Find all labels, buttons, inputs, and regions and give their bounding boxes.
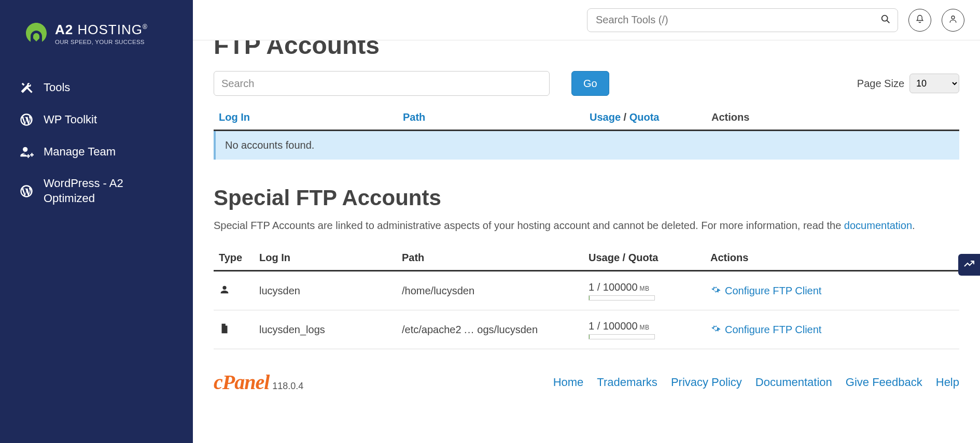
configure-ftp-link[interactable]: Configure FTP Client: [710, 284, 821, 297]
wordpress-icon: [19, 112, 34, 127]
footer-link-trademarks[interactable]: Trademarks: [597, 376, 657, 389]
user-icon: [948, 14, 958, 26]
gear-icon: [710, 284, 721, 297]
table-row: lucysden /home/lucysden 1 / 100000MB: [214, 271, 959, 310]
col-actions: Actions: [706, 105, 959, 131]
col-path: Path: [397, 246, 583, 271]
documentation-link[interactable]: documentation: [844, 220, 912, 231]
cpanel-version: 118.0.4: [272, 381, 303, 392]
bell-icon: [915, 14, 925, 26]
table-row: lucysden_logs /etc/apache2 ... ogs/lucys…: [214, 310, 959, 349]
notifications-button[interactable]: [908, 9, 931, 32]
global-search-input[interactable]: [587, 8, 898, 32]
special-section-desc: Special FTP Accounts are linked to admin…: [214, 218, 959, 233]
col-login-sort[interactable]: Log In: [219, 111, 250, 123]
sidebar-item-wp-toolkit[interactable]: WP Toolkit: [0, 104, 193, 136]
footer-link-privacy[interactable]: Privacy Policy: [671, 376, 742, 389]
ftp-accounts-table: Log In Path Usage / Quota Actions: [214, 105, 959, 131]
team-icon: [19, 144, 34, 160]
user-icon: [219, 286, 230, 297]
empty-accounts-notice: No accounts found.: [214, 131, 959, 160]
brand-logo[interactable]: A2 HOSTING® OUR SPEED, YOUR SUCCESS: [0, 21, 193, 72]
footer-link-home[interactable]: Home: [553, 376, 584, 389]
sidebar-item-label: Manage Team: [44, 145, 116, 160]
page-title: FTP Accounts: [214, 40, 959, 60]
brand-tagline: OUR SPEED, YOUR SUCCESS: [55, 39, 148, 45]
col-usage-sort[interactable]: Usage: [590, 111, 621, 123]
gear-icon: [710, 323, 721, 336]
sidebar-item-label: Tools: [44, 80, 70, 95]
col-path-sort[interactable]: Path: [403, 111, 425, 123]
sidebar-item-label: WordPress - A2 Optimized: [44, 176, 174, 206]
col-type: Type: [214, 246, 254, 271]
analytics-tab[interactable]: [958, 254, 980, 276]
cpanel-logo: cPanel: [214, 370, 269, 394]
chart-icon: [963, 258, 975, 272]
topbar: [193, 0, 980, 40]
content-area: FTP Accounts Go Page Size 10 Log In: [193, 40, 980, 443]
col-login: Log In: [254, 246, 397, 271]
file-icon: [219, 325, 230, 336]
a2-logo-icon: [24, 21, 49, 46]
cell-path: /etc/apache2 ... ogs/lucysden: [397, 310, 583, 349]
special-section-title: Special FTP Accounts: [214, 185, 959, 210]
sidebar-item-wp-a2[interactable]: WordPress - A2 Optimized: [0, 168, 193, 214]
usage-progress: [589, 334, 655, 339]
go-button[interactable]: Go: [571, 71, 609, 96]
cell-login: lucysden_logs: [254, 310, 397, 349]
sidebar: A2 HOSTING® OUR SPEED, YOUR SUCCESS Tool…: [0, 0, 193, 443]
tools-icon: [19, 80, 34, 95]
cell-usage: 1 / 100000MB: [583, 271, 705, 310]
footer-link-feedback[interactable]: Give Feedback: [846, 376, 922, 389]
search-icon: [880, 13, 891, 26]
cell-usage: 1 / 100000MB: [583, 310, 705, 349]
cell-login: lucysden: [254, 271, 397, 310]
sidebar-item-tools[interactable]: Tools: [0, 72, 193, 104]
col-usage-quota: Usage / Quota: [583, 246, 705, 271]
svg-point-2: [951, 16, 955, 19]
sidebar-item-label: WP Toolkit: [44, 112, 97, 127]
footer-link-help[interactable]: Help: [936, 376, 959, 389]
configure-ftp-link[interactable]: Configure FTP Client: [710, 323, 821, 336]
footer-link-documentation[interactable]: Documentation: [755, 376, 832, 389]
account-button[interactable]: [942, 9, 964, 32]
usage-progress: [589, 295, 655, 301]
cell-path: /home/lucysden: [397, 271, 583, 310]
wordpress-icon: [19, 183, 34, 199]
ftp-search-input[interactable]: [214, 71, 550, 96]
svg-line-1: [887, 21, 890, 23]
global-search-button[interactable]: [876, 11, 895, 30]
sidebar-item-manage-team[interactable]: Manage Team: [0, 136, 193, 168]
page-size-label: Page Size: [857, 78, 904, 90]
page-size-select[interactable]: 10: [909, 74, 959, 93]
col-actions: Actions: [705, 246, 959, 271]
sidebar-nav: Tools WP Toolkit Manage Team WordPress -…: [0, 72, 193, 214]
brand-name: A2 HOSTING®: [55, 22, 148, 38]
footer: cPanel 118.0.4 Home Trademarks Privacy P…: [214, 349, 959, 399]
svg-point-0: [882, 16, 888, 21]
col-quota-sort[interactable]: Quota: [629, 111, 660, 123]
special-ftp-table: Type Log In Path Usage / Quota Actions: [214, 246, 959, 349]
